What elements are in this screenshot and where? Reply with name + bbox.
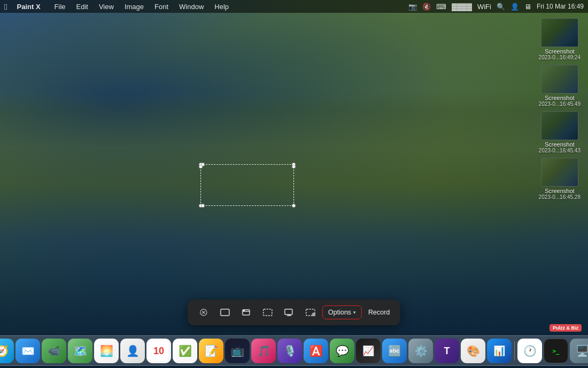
desktop-icon-thumb-3 bbox=[541, 111, 578, 140]
handle-br[interactable] bbox=[292, 204, 296, 208]
dock-app-mail[interactable]: ✉️ bbox=[16, 339, 40, 363]
menubar-help[interactable]: Help bbox=[210, 0, 233, 13]
record-button[interactable]: Record bbox=[364, 305, 394, 319]
menubar-window[interactable]: Window bbox=[175, 0, 208, 13]
rect-select-icon bbox=[262, 308, 273, 317]
search-icon[interactable]: 🔍 bbox=[497, 3, 505, 11]
menubar-font[interactable]: Font bbox=[150, 0, 173, 13]
menubar-left:  Paint X File Edit View Image Font Wind… bbox=[4, 0, 233, 13]
menubar-app-name[interactable]: Paint X bbox=[12, 0, 44, 13]
selection-box[interactable] bbox=[200, 164, 294, 206]
teams-icon: T bbox=[444, 346, 450, 357]
desktop-icon-date-3: 2023-0...16:45.43 bbox=[539, 148, 581, 154]
fullscreen-icon bbox=[220, 308, 230, 317]
facetime-icon: 📹 bbox=[48, 345, 60, 357]
close-button[interactable] bbox=[194, 304, 213, 321]
menubar-file[interactable]: File bbox=[50, 0, 70, 13]
desktop-icon-label-1: Screenshot bbox=[545, 48, 575, 55]
dock-app-safari[interactable]: 🧭 bbox=[0, 339, 14, 363]
maps-icon: 🗺️ bbox=[74, 344, 87, 357]
fullscreen-capture-button[interactable] bbox=[215, 304, 235, 321]
svg-rect-8 bbox=[285, 309, 292, 315]
music-icon: 🎵 bbox=[257, 344, 270, 357]
appletv-icon: 📺 bbox=[231, 344, 244, 357]
dock-app-iterm[interactable]: >_ bbox=[544, 339, 568, 363]
dock-separator bbox=[514, 341, 515, 361]
options-label: Options bbox=[328, 309, 351, 316]
custom-select-icon bbox=[305, 308, 316, 317]
dock-app-imessage[interactable]: 💬 bbox=[330, 339, 354, 363]
dock-app-music[interactable]: 🎵 bbox=[251, 339, 276, 363]
wifi-icon: WiFi bbox=[477, 3, 491, 11]
desktop-icon-label-2: Screenshot bbox=[545, 95, 575, 101]
options-button[interactable]: Options ▾ bbox=[322, 305, 362, 319]
dock-app-teams[interactable]: T bbox=[435, 339, 459, 363]
dock-app-translator[interactable]: 🔤 bbox=[382, 339, 407, 363]
battery-icon: ▓▓▓▓ bbox=[452, 3, 472, 11]
apple-menu-icon[interactable]:  bbox=[4, 2, 7, 11]
appstore-icon: 🅰️ bbox=[310, 344, 323, 357]
timer-capture-button[interactable] bbox=[280, 304, 299, 321]
dock-app-systemprefs[interactable]: ⚙️ bbox=[408, 339, 433, 363]
stocks-icon: 📈 bbox=[362, 345, 374, 357]
translator-icon: 🔤 bbox=[388, 344, 401, 357]
desktop-icon-3[interactable]: Screenshot 2023-0...16:45.43 bbox=[538, 110, 582, 155]
display-icon bbox=[284, 308, 295, 317]
desktop-icon-label-4: Screenshot bbox=[545, 188, 575, 194]
desktop-icon-2[interactable]: Screenshot 2023-0...16:45.49 bbox=[538, 64, 582, 108]
dock-app-monitor[interactable]: 📊 bbox=[487, 339, 512, 363]
dock-app-paintx[interactable]: 🎨 bbox=[461, 339, 485, 363]
iterm-icon: >_ bbox=[552, 348, 559, 355]
menubar-right: 📷 🔇 ⌨ ▓▓▓▓ WiFi 🔍 👤 🖥 Fri 10 Mar 16:49 bbox=[408, 3, 584, 11]
desktop-icon-1[interactable]: Screenshot 2023-0...16:49:24 bbox=[538, 17, 582, 62]
desktop-icon-date-1: 2023-0...16:49:24 bbox=[539, 55, 581, 60]
dock-app-stocks[interactable]: 📈 bbox=[356, 339, 381, 363]
dock-app-appletv[interactable]: 📺 bbox=[225, 339, 250, 363]
desktop-icon-thumb-4 bbox=[541, 158, 578, 187]
handle-mr[interactable] bbox=[292, 165, 296, 168]
calendar-icon: 10 bbox=[149, 341, 168, 361]
screenshot-toolbar: Options ▾ Record bbox=[188, 300, 400, 325]
systemprefs-icon: ⚙️ bbox=[414, 344, 428, 357]
dock-app-appstore[interactable]: 🅰️ bbox=[304, 339, 328, 363]
options-chevron-icon: ▾ bbox=[353, 310, 356, 315]
dock-app-extra1[interactable]: 🖥️ bbox=[570, 339, 588, 363]
handle-bm[interactable] bbox=[201, 204, 205, 208]
watermark: Pulzz & Biz bbox=[550, 324, 582, 332]
safari-icon: 🧭 bbox=[0, 344, 9, 357]
menubar-image[interactable]: Image bbox=[120, 0, 148, 13]
close-icon bbox=[198, 308, 209, 317]
audio-icon: 🔇 bbox=[422, 3, 431, 11]
menubar-date-time: Fri 10 Mar 16:49 bbox=[537, 3, 584, 10]
dock: 🔵 🚀 🧭 ✉️ 📹 🗺️ 🌅 👤 10 ✅ 📝 📺 🎵 🎙️ 🅰️ 💬 bbox=[0, 335, 588, 366]
desktop-icon-date-2: 2023-0...16:45.49 bbox=[539, 101, 581, 107]
dock-app-maps[interactable]: 🗺️ bbox=[68, 339, 92, 363]
dock-app-podcasts[interactable]: 🎙️ bbox=[277, 339, 302, 363]
custom-selection-button[interactable] bbox=[301, 304, 320, 321]
desktop-icon-4[interactable]: Screenshot 2023-0...16:45.28 bbox=[538, 157, 582, 201]
dock-app-notes[interactable]: 📝 bbox=[199, 339, 223, 363]
imessage-icon: 💬 bbox=[336, 344, 349, 357]
paintx-icon: 🎨 bbox=[467, 344, 480, 357]
dock-app-clock[interactable]: 🕐 bbox=[517, 339, 542, 363]
menubar-edit[interactable]: Edit bbox=[72, 0, 92, 13]
dock-app-reminders[interactable]: ✅ bbox=[173, 339, 197, 363]
handle-ml[interactable] bbox=[199, 165, 203, 168]
podcasts-icon: 🎙️ bbox=[283, 344, 297, 357]
menubar:  Paint X File Edit View Image Font Wind… bbox=[0, 0, 588, 13]
dock-app-photos[interactable]: 🌅 bbox=[94, 339, 119, 363]
window-capture-button[interactable] bbox=[237, 304, 256, 321]
dock-app-contacts[interactable]: 👤 bbox=[120, 339, 145, 363]
rect-selection-button[interactable] bbox=[258, 304, 277, 321]
desktop-icon-label-3: Screenshot bbox=[545, 141, 575, 148]
dock-app-facetime[interactable]: 📹 bbox=[42, 339, 66, 363]
window-icon bbox=[241, 308, 252, 317]
photos-icon: 🌅 bbox=[100, 344, 113, 357]
desktop-icons-area: Screenshot 2023-0...16:49:24 Screenshot … bbox=[538, 17, 582, 201]
dock-app-calendar[interactable]: 10 bbox=[146, 339, 171, 363]
menubar-view[interactable]: View bbox=[95, 0, 118, 13]
keyboard-icon: ⌨ bbox=[436, 3, 446, 11]
user-icon: 👤 bbox=[510, 3, 519, 11]
notes-icon: 📝 bbox=[205, 344, 218, 357]
svg-point-6 bbox=[244, 310, 245, 311]
